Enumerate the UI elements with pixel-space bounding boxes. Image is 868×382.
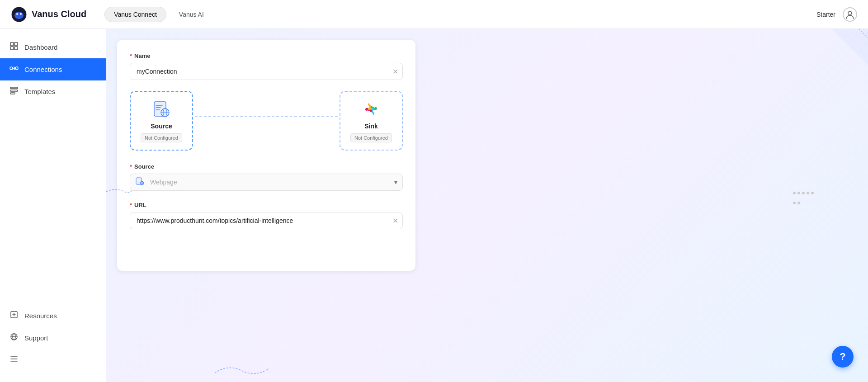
source-card[interactable]: Source Not Configured: [130, 91, 193, 151]
top-navigation: Vanus Cloud Vanus Connect Vanus AI Start…: [0, 0, 868, 29]
svg-rect-7: [10, 47, 14, 50]
sidebar: Dashboard Connections Templ: [0, 29, 106, 382]
url-clear-icon[interactable]: ✕: [392, 217, 398, 225]
sidebar-item-menu[interactable]: [0, 349, 106, 371]
svg-rect-11: [10, 87, 18, 89]
source-select-wrapper: Webpage ▾: [130, 174, 403, 191]
user-avatar[interactable]: [843, 7, 857, 22]
plan-badge: Starter: [816, 11, 835, 18]
connector-line: [195, 116, 338, 117]
panel-scroll-area[interactable]: * Name ✕: [117, 40, 415, 271]
svg-point-1: [14, 12, 24, 19]
name-clear-icon[interactable]: ✕: [392, 67, 398, 76]
nav-tab-ai[interactable]: Vanus AI: [170, 7, 213, 22]
sink-icon-area: [361, 99, 381, 119]
content-area: * Name ✕: [106, 29, 868, 382]
source-field-label: * Source: [130, 163, 403, 170]
sidebar-item-templates[interactable]: Templates: [0, 80, 106, 103]
logo-text: Vanus Cloud: [32, 9, 86, 19]
nav-right: Starter: [816, 7, 857, 22]
deco-bottom-left: [215, 355, 269, 382]
svg-point-2: [16, 13, 18, 15]
sidebar-label-resources: Resources: [24, 312, 57, 320]
svg-rect-13: [10, 93, 15, 94]
svg-rect-5: [10, 42, 14, 46]
menu-icon: [9, 354, 19, 366]
name-input-wrapper: ✕: [130, 63, 403, 80]
url-input[interactable]: [130, 212, 403, 229]
svg-rect-8: [14, 47, 18, 50]
deco-top-right: [832, 29, 868, 65]
support-icon: [9, 332, 19, 344]
logo-area: Vanus Cloud: [11, 6, 86, 23]
name-input[interactable]: [130, 63, 403, 80]
source-select-icon: [135, 177, 144, 188]
sidebar-label-support: Support: [24, 334, 48, 342]
sidebar-item-support[interactable]: Support: [0, 327, 106, 349]
sidebar-label-connections: Connections: [24, 66, 62, 73]
main-layout: Dashboard Connections Templ: [0, 29, 868, 382]
svg-point-3: [20, 13, 22, 15]
svg-rect-6: [14, 42, 18, 46]
sink-card[interactable]: Sink Not Configured: [340, 91, 403, 151]
sidebar-item-connections[interactable]: Connections: [0, 58, 106, 80]
cards-row: Source Not Configured: [130, 91, 403, 151]
name-label: * Name: [130, 52, 403, 59]
sink-card-title: Sink: [364, 123, 378, 130]
source-select[interactable]: Webpage: [130, 174, 403, 191]
sidebar-item-dashboard[interactable]: Dashboard: [0, 36, 106, 58]
resources-icon: [9, 310, 19, 321]
logo-icon: [11, 6, 27, 23]
url-label: * URL: [130, 202, 403, 208]
sidebar-item-resources[interactable]: Resources: [0, 305, 106, 327]
svg-point-10: [15, 67, 18, 70]
svg-point-4: [848, 11, 852, 15]
connection-panel: * Name ✕: [117, 40, 415, 271]
svg-point-9: [10, 67, 13, 70]
nav-tab-connect[interactable]: Vanus Connect: [104, 7, 166, 22]
templates-icon: [9, 86, 19, 97]
sink-not-configured: Not Configured: [350, 133, 392, 142]
sidebar-label-templates: Templates: [24, 88, 55, 95]
source-not-configured: Not Configured: [141, 133, 182, 142]
svg-rect-12: [10, 90, 18, 91]
deco-right-panel: [793, 192, 814, 204]
help-button[interactable]: ?: [832, 346, 854, 368]
sidebar-label-dashboard: Dashboard: [24, 43, 57, 51]
connections-icon: [9, 64, 19, 75]
dashboard-icon: [9, 42, 19, 53]
source-card-title: Source: [151, 123, 172, 130]
nav-tabs: Vanus Connect Vanus AI: [104, 7, 816, 22]
source-icon-area: [151, 99, 171, 119]
url-input-wrapper: ✕: [130, 212, 403, 229]
